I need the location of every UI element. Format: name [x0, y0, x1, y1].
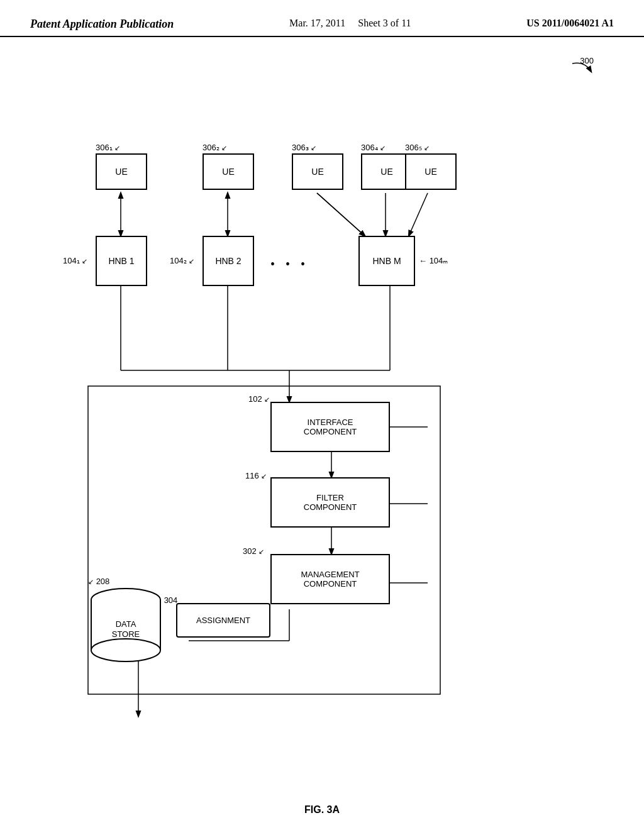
hnbm-label: HNB M — [372, 256, 401, 266]
hnbm-ref: ← 104ₘ — [419, 256, 448, 265]
ref-300-label: 300 — [580, 56, 594, 65]
assignment-box: ASSIGNMENT — [176, 603, 270, 638]
svg-text:STORE: STORE — [112, 629, 140, 639]
filter-box: FILTERCOMPONENT — [270, 477, 390, 528]
header-sheet: Sheet 3 of 11 — [358, 18, 411, 28]
hnb2-ref: 104₂ ↙ — [170, 256, 194, 265]
management-label: MANAGEMENTCOMPONENT — [301, 570, 359, 589]
hnb1-label: HNB 1 — [108, 256, 134, 266]
filter-ref: 116 ↙ — [245, 471, 267, 480]
interface-box: INTERFACECOMPONENT — [270, 402, 390, 452]
interface-ref: 102 ↙ — [248, 394, 270, 404]
ue2-box: UE — [203, 153, 254, 190]
figure-caption: FIG. 3A — [0, 804, 644, 816]
management-ref: 302 ↙ — [243, 546, 264, 556]
assignment-label: ASSIGNMENT — [196, 616, 250, 625]
ue4-ref: 306₄ ↙ — [361, 143, 386, 152]
ue5-box: UE — [405, 153, 457, 190]
ue2-label: UE — [222, 167, 234, 177]
svg-point-25 — [91, 639, 160, 661]
header-center-text: Mar. 17, 2011 Sheet 3 of 11 — [289, 18, 411, 29]
hnb2-label: HNB 2 — [215, 256, 241, 266]
ue3-box: UE — [292, 153, 343, 190]
header-right-text: US 2011/0064021 A1 — [526, 18, 614, 29]
interface-label: INTERFACECOMPONENT — [304, 418, 357, 436]
ue5-ref: 306₅ ↙ — [405, 143, 430, 152]
svg-line-2 — [317, 193, 365, 236]
page-header: Patent Application Publication Mar. 17, … — [0, 0, 644, 37]
svg-line-3 — [317, 193, 365, 236]
dots-label: • • • — [270, 257, 309, 272]
ue4-label: UE — [380, 167, 392, 177]
hnb2-box: HNB 2 — [203, 236, 254, 286]
ue3-label: UE — [311, 167, 323, 177]
ue1-ref: 306₁ ↙ — [96, 143, 120, 152]
svg-line-5 — [409, 193, 428, 236]
management-box: MANAGEMENTCOMPONENT — [270, 554, 390, 604]
svg-text:DATA: DATA — [116, 619, 136, 629]
hnb1-ref: 104₁ ↙ — [63, 256, 87, 265]
ue1-box: UE — [96, 153, 147, 190]
header-left-text: Patent Application Publication — [30, 18, 174, 31]
diagram-area: 300 — [0, 37, 644, 792]
ue2-ref: 306₂ ↙ — [203, 143, 227, 152]
data-store-svg: DATA STORE — [88, 584, 164, 666]
hnb1-box: HNB 1 — [96, 236, 147, 286]
header-date: Mar. 17, 2011 — [289, 18, 345, 28]
hnbm-box: HNB M — [358, 236, 415, 286]
filter-label: FILTERCOMPONENT — [304, 493, 357, 512]
ue5-label: UE — [425, 167, 436, 177]
ue1-label: UE — [115, 167, 127, 177]
data-store-ref: ↙ 208 — [88, 577, 109, 586]
ue3-ref: 306₃ ↙ — [292, 143, 316, 152]
